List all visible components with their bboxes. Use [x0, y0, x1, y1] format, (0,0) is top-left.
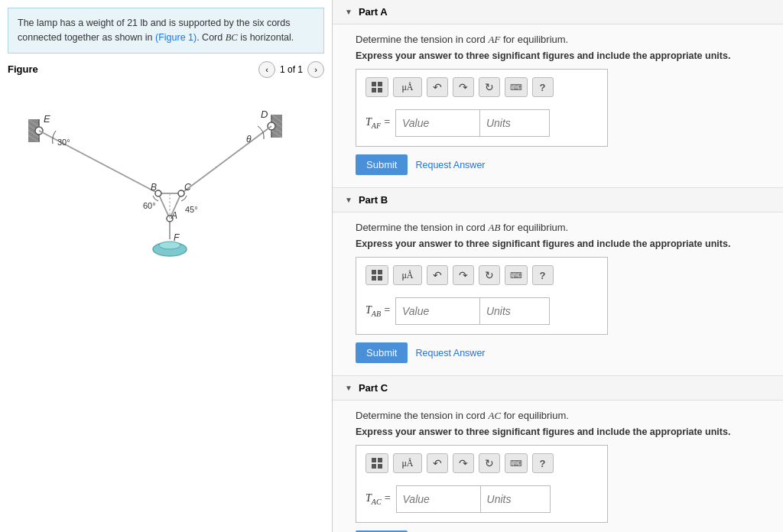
figure-link[interactable]: (Figure 1)	[155, 32, 197, 43]
part-c-undo-button[interactable]: ↶	[427, 453, 448, 473]
part-a-keyboard-button[interactable]: ⌨	[505, 77, 528, 97]
figure-prev-button[interactable]: ‹	[258, 61, 275, 78]
part-b-toolbar: μÅ ↶ ↷ ↻ ⌨ ?	[366, 265, 598, 290]
part-a-value-input[interactable]	[396, 110, 480, 136]
svg-rect-10	[372, 88, 376, 92]
part-a-redo-button[interactable]: ↷	[453, 77, 474, 97]
undo-icon: ↶	[433, 81, 442, 93]
mu-icon-b: μÅ	[401, 270, 413, 281]
part-a-header: ▼ Part A	[333, 0, 783, 24]
part-a-help-button[interactable]: ?	[532, 77, 554, 97]
svg-rect-19	[378, 464, 382, 469]
svg-rect-11	[378, 88, 382, 92]
part-a-section: ▼ Part A Determine the tension in cord A…	[333, 0, 783, 188]
part-b-units-input[interactable]	[480, 298, 549, 324]
part-b-action-row: Submit Request Answer	[356, 342, 768, 363]
part-b-content: Determine the tension in cord AB for equ…	[333, 212, 783, 375]
part-a-answer-box: μÅ ↶ ↷ ↻ ⌨ ?	[356, 69, 608, 147]
label-F: F	[174, 232, 180, 243]
part-c-instruction: Express your answer to three significant…	[356, 427, 768, 437]
part-c-units-input[interactable]	[481, 486, 550, 512]
keyboard-icon-c: ⌨	[510, 459, 522, 469]
part-b-request-link[interactable]: Request Answer	[415, 348, 485, 358]
redo-icon-b: ↷	[459, 269, 468, 281]
part-a-refresh-button[interactable]: ↻	[479, 77, 500, 97]
part-b-submit-button[interactable]: Submit	[356, 342, 408, 363]
part-a-grid-button[interactable]	[366, 77, 388, 97]
part-b-help-button[interactable]: ?	[532, 265, 554, 285]
undo-icon-c: ↶	[433, 457, 442, 469]
figure-page-indicator: 1 of 1	[280, 64, 303, 75]
part-a-submit-button[interactable]: Submit	[356, 154, 408, 175]
part-c-mu-button[interactable]: μÅ	[393, 453, 422, 473]
svg-rect-17	[378, 458, 382, 462]
part-c-section: ▼ Part C Determine the tension in cord A…	[333, 376, 783, 532]
keyboard-icon: ⌨	[510, 83, 522, 92]
part-b-value-input[interactable]	[396, 298, 480, 324]
part-c-help-button[interactable]: ?	[532, 453, 554, 473]
part-c-grid-button[interactable]	[366, 453, 388, 473]
part-a-units-input[interactable]	[480, 110, 549, 136]
figure-nav: ‹ 1 of 1 ›	[258, 61, 324, 78]
cord-DC	[181, 126, 271, 193]
part-b-undo-button[interactable]: ↶	[427, 265, 448, 285]
label-D: D	[261, 109, 268, 120]
joint-C	[178, 190, 184, 196]
part-b-grid-button[interactable]	[366, 265, 388, 285]
part-a-action-row: Submit Request Answer	[356, 154, 768, 175]
part-a-instruction: Express your answer to three significant…	[356, 50, 768, 61]
label-B: B	[151, 182, 157, 193]
part-b-description: Determine the tension in cord AB for equ…	[356, 222, 768, 234]
part-b-refresh-button[interactable]: ↻	[479, 265, 500, 285]
part-c-refresh-button[interactable]: ↻	[479, 453, 500, 473]
part-b-answer-box: μÅ ↶ ↷ ↻ ⌨ ?	[356, 257, 608, 335]
keyboard-icon-b: ⌨	[510, 271, 522, 281]
svg-rect-12	[372, 270, 376, 274]
svg-rect-14	[372, 276, 376, 281]
svg-rect-13	[378, 270, 382, 274]
svg-rect-15	[378, 276, 382, 281]
figure-header: Figure ‹ 1 of 1 ›	[8, 61, 324, 78]
part-c-collapse-icon[interactable]: ▼	[345, 384, 353, 392]
figure-title: Figure	[8, 63, 38, 75]
part-c-value-input[interactable]	[397, 486, 481, 512]
label-A: A	[171, 210, 177, 221]
figure-next-button[interactable]: ›	[307, 61, 324, 78]
part-b-mu-button[interactable]: μÅ	[393, 265, 422, 285]
problem-text-2: . Cord BC is horizontal.	[197, 32, 294, 43]
part-a-eq-label: TAF =	[366, 116, 391, 130]
part-c-keyboard-button[interactable]: ⌨	[505, 453, 528, 473]
figure-diagram: E D	[28, 83, 304, 258]
problem-statement: The lamp has a weight of 21 lb and is su…	[8, 8, 324, 54]
part-c-content: Determine the tension in cord AC for equ…	[333, 401, 783, 532]
svg-rect-8	[372, 82, 376, 86]
part-a-request-link[interactable]: Request Answer	[415, 160, 485, 170]
part-b-redo-button[interactable]: ↷	[453, 265, 474, 285]
redo-icon: ↷	[459, 81, 468, 93]
part-c-label: Part C	[359, 382, 388, 394]
part-c-eq-label: TAC =	[366, 492, 392, 506]
part-b-collapse-icon[interactable]: ▼	[345, 196, 353, 204]
svg-rect-18	[372, 464, 376, 469]
help-icon: ?	[540, 82, 546, 93]
left-panel: The lamp has a weight of 21 lb and is su…	[0, 0, 333, 532]
part-a-description: Determine the tension in cord AF for equ…	[356, 34, 768, 46]
angle-30-label: 30°	[57, 138, 70, 147]
part-a-collapse-icon[interactable]: ▼	[345, 8, 353, 16]
part-a-content: Determine the tension in cord AF for equ…	[333, 24, 783, 187]
part-a-undo-button[interactable]: ↶	[427, 77, 448, 97]
refresh-icon-c: ↻	[485, 457, 494, 469]
part-c-header: ▼ Part C	[333, 376, 783, 401]
part-b-keyboard-button[interactable]: ⌨	[505, 265, 528, 285]
part-b-input-wrapper	[395, 297, 550, 325]
part-a-label: Part A	[359, 6, 388, 18]
part-b-section: ▼ Part B Determine the tension in cord A…	[333, 188, 783, 376]
svg-rect-16	[372, 458, 376, 462]
angle-45-label: 45°	[185, 205, 198, 214]
svg-rect-9	[378, 82, 382, 86]
part-c-redo-button[interactable]: ↷	[453, 453, 474, 473]
part-a-mu-button[interactable]: μÅ	[393, 77, 422, 97]
angle-theta-label: θ	[246, 134, 252, 144]
mu-icon: μÅ	[401, 82, 413, 93]
part-b-label: Part B	[359, 194, 388, 206]
